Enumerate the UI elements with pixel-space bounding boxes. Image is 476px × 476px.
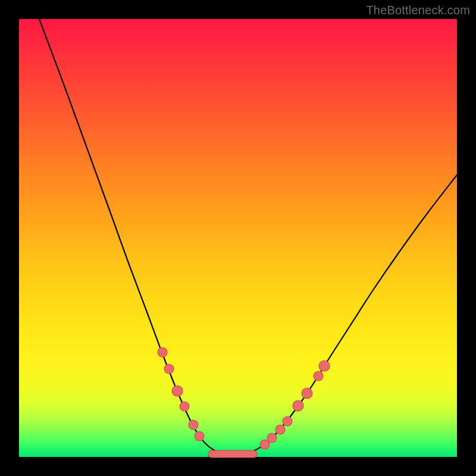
marker-right-7 <box>319 361 330 371</box>
marker-left-2 <box>172 386 183 396</box>
marker-left-1 <box>164 364 174 374</box>
markers-right-group <box>260 361 330 449</box>
marker-right-5 <box>302 388 312 399</box>
watermark-text: TheBottleneck.com <box>366 4 470 17</box>
marker-left-4 <box>189 420 198 430</box>
marker-right-3 <box>283 416 292 426</box>
marker-right-6 <box>314 371 323 381</box>
marker-left-0 <box>158 347 167 357</box>
marker-right-2 <box>275 425 285 434</box>
plot-area <box>19 19 457 457</box>
marker-left-5 <box>195 431 204 441</box>
chart-frame: TheBottleneck.com <box>0 0 476 476</box>
marker-right-4 <box>293 400 303 411</box>
curve-valley-band <box>208 450 257 458</box>
markers-left-group <box>158 347 204 441</box>
marker-right-1 <box>267 433 277 443</box>
marker-left-3 <box>180 402 189 411</box>
bottleneck-curve <box>39 19 457 455</box>
chart-svg <box>19 19 457 457</box>
